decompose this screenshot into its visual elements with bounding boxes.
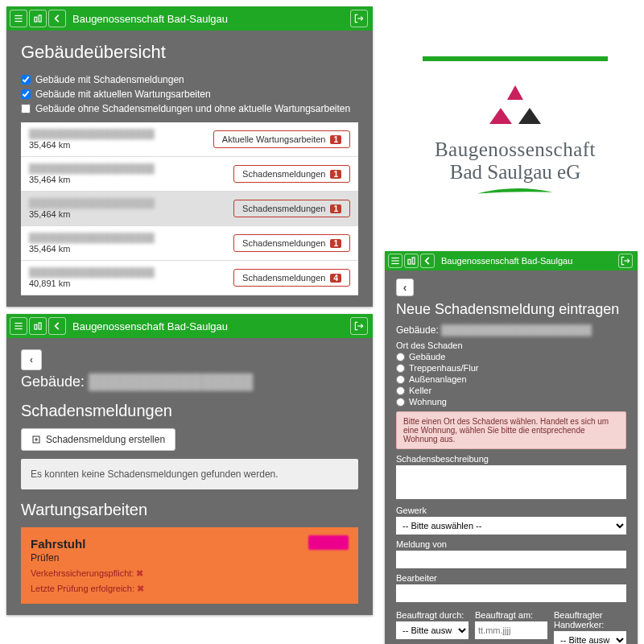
maintenance-line: Verkehrssicherungspflicht: ✖ [31, 568, 349, 579]
logout-icon[interactable] [350, 10, 368, 27]
back-button[interactable]: ‹ [21, 349, 42, 370]
app-header: Baugenossenschaft Bad-Saulgau [6, 314, 373, 338]
maintenance-card[interactable]: Fahrstuhl Prüfen Verkehrssicherungspflic… [21, 527, 358, 604]
description-input[interactable] [396, 465, 626, 499]
maintenance-subtitle: Prüfen [31, 552, 349, 564]
count-badge: 1 [330, 135, 341, 144]
row-action-button[interactable]: Schadensmeldungen4 [233, 269, 350, 287]
svg-rect-4 [39, 15, 41, 22]
maintenance-title: Fahrstuhl [31, 537, 349, 551]
count-badge: 4 [330, 274, 341, 283]
back-icon[interactable] [48, 317, 66, 335]
page-title: Gebäudeübersicht [21, 42, 358, 63]
craftsman-select[interactable]: -- Bitte auswählen -- [554, 631, 626, 644]
logout-icon[interactable] [350, 317, 368, 335]
svg-rect-22 [412, 258, 415, 264]
back-icon[interactable] [420, 254, 435, 268]
description-label: Schadensbeschreibung [396, 454, 626, 464]
loc-option-apartment[interactable]: Wohnung [396, 397, 626, 407]
filter-damage[interactable]: Gebäude mit Schadensmeldungen [21, 74, 358, 85]
bearbeiter-label: Bearbeiter [396, 573, 626, 583]
building-distance: 35,464 km [29, 140, 155, 150]
header-title: Baugenossenschaft Bad-Saulgau [72, 320, 228, 332]
back-icon[interactable] [48, 10, 66, 27]
warning-box: Bitte einen Ort des Schadens wählen. Han… [396, 411, 626, 449]
back-button[interactable]: ‹ [396, 279, 414, 296]
building-name: ████████████████████ [29, 129, 155, 138]
home-icon[interactable] [404, 254, 419, 268]
commissioned-by-select[interactable]: -- Bitte auswählen -- [396, 621, 469, 639]
svg-marker-15 [507, 85, 523, 100]
loc-option-building[interactable]: Gebäude [396, 352, 626, 361]
commissioned-on-input[interactable] [475, 621, 547, 639]
building-distance: 40,891 km [29, 279, 155, 288]
craftsman-label: Beauftragter Handwerker: [554, 610, 626, 630]
building-row[interactable]: ████████████████████40,891 kmSchadensmel… [21, 261, 358, 295]
header-title: Baugenossenschaft Bad-Saulgau [72, 13, 228, 25]
section-maintenance: Wartungsarbeiten [21, 501, 358, 519]
building-row[interactable]: ████████████████████35,464 kmAktuelle Wa… [21, 122, 358, 157]
gewerk-select[interactable]: -- Bitte auswählen -- [396, 517, 626, 535]
form-title: Neue Schadensmeldung eintragen [396, 301, 626, 318]
menu-icon[interactable] [10, 10, 27, 27]
app-header: Baugenossenschaft Bad-Saulgau [385, 251, 638, 270]
filter-maintenance[interactable]: Gebäude mit aktuellen Wartungsarbeiten [21, 89, 358, 100]
status-badge [308, 535, 349, 550]
loc-option-basement[interactable]: Keller [396, 386, 626, 395]
building-row[interactable]: ████████████████████35,464 kmSchadensmel… [21, 157, 358, 192]
section-damage-reports: Schadensmeldungen [21, 402, 358, 420]
row-action-button[interactable]: Schadensmeldungen1 [233, 234, 350, 252]
svg-marker-17 [518, 108, 541, 124]
header-title: Baugenossenschaft Bad-Saulgau [441, 256, 572, 266]
logout-icon[interactable] [618, 254, 633, 268]
commissioned-on-label: Beauftragt am: [475, 610, 547, 620]
home-icon[interactable] [29, 317, 47, 335]
svg-rect-3 [35, 17, 37, 22]
count-badge: 1 [330, 170, 341, 179]
count-badge: 1 [330, 239, 341, 248]
building-row[interactable]: ████████████████████35,464 kmSchadensmel… [21, 226, 358, 261]
building-name: ████████████████████ [29, 198, 155, 208]
row-action-button[interactable]: Schadensmeldungen1 [233, 165, 350, 183]
row-action-button[interactable]: Aktuelle Wartungsarbeiten1 [213, 130, 350, 148]
svg-rect-10 [39, 323, 41, 329]
building-row[interactable]: ████████████████████35,464 kmSchadensmel… [21, 192, 358, 226]
create-damage-report-button[interactable]: Schadensmeldung erstellen [21, 428, 175, 451]
meldung-label: Meldung von [396, 539, 626, 549]
loc-option-outdoor[interactable]: Außenanlagen [396, 374, 626, 384]
building-name: ████████████████████ [29, 163, 155, 173]
building-distance: 35,464 km [29, 209, 155, 219]
meldung-input[interactable] [396, 551, 626, 568]
home-icon[interactable] [29, 10, 47, 27]
location-label: Ort des Schaden [396, 341, 626, 350]
building-line: Gebäude: ██████████████████████ [396, 324, 626, 336]
svg-marker-16 [489, 108, 512, 124]
menu-icon[interactable] [10, 317, 27, 335]
filter-none[interactable]: Gebäude ohne Schadensmeldungen und ohne … [21, 103, 358, 114]
brand-logo: Baugenossenschaft Bad Saulgau eG [394, 56, 636, 199]
count-badge: 1 [330, 204, 341, 213]
loc-option-stairwell[interactable]: Treppenhaus/Flur [396, 363, 626, 373]
commissioned-by-label: Beauftragt durch: [396, 610, 469, 620]
building-heading: Gebäude: ████████████████ [21, 374, 358, 390]
svg-rect-21 [408, 259, 411, 264]
empty-message: Es konnten keine Schadensmeldungen gefun… [21, 459, 358, 489]
app-header: Baugenossenschaft Bad-Saulgau [6, 6, 373, 31]
building-name: ████████████████████ [29, 267, 155, 277]
building-list: ████████████████████35,464 kmAktuelle Wa… [21, 122, 358, 295]
svg-rect-9 [35, 324, 37, 329]
gewerk-label: Gewerk [396, 506, 626, 515]
building-name: ████████████████████ [29, 233, 155, 242]
row-action-button[interactable]: Schadensmeldungen1 [233, 200, 350, 217]
menu-icon[interactable] [388, 254, 402, 268]
maintenance-line: Letzte Prüfung erfolgreich: ✖ [31, 584, 349, 594]
bearbeiter-input[interactable] [396, 584, 626, 602]
building-distance: 35,464 km [29, 175, 155, 184]
building-distance: 35,464 km [29, 244, 155, 254]
